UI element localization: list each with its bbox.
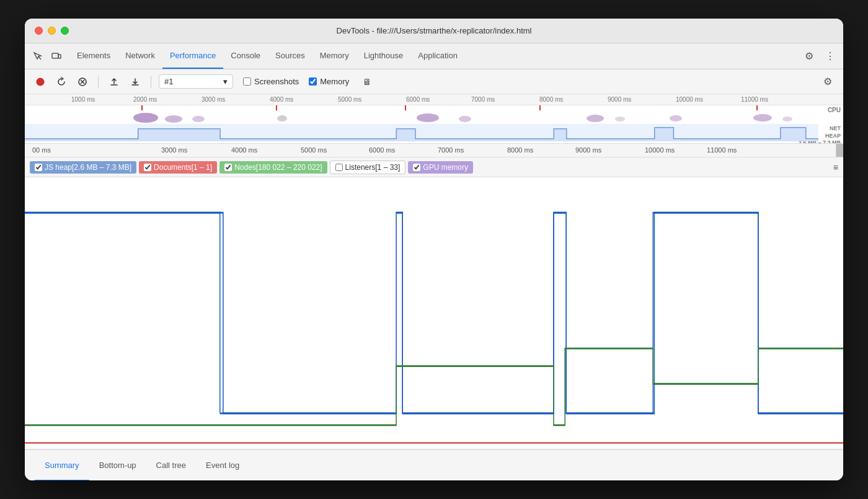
svg-rect-8: [276, 105, 277, 110]
timeline-tick-9000: 9000 ms: [575, 146, 601, 154]
tab-application[interactable]: Application: [410, 43, 465, 69]
device-toolbar-icon[interactable]: [48, 48, 64, 64]
svg-rect-9: [405, 105, 406, 110]
tick-9000: 9000 ms: [608, 96, 631, 103]
minimize-button[interactable]: [48, 27, 56, 35]
timeline-tick-4000: 4000 ms: [231, 146, 257, 154]
svg-point-21: [753, 114, 772, 121]
screenshots-checkbox[interactable]: [243, 77, 251, 86]
legend-listeners-checkbox[interactable]: [335, 164, 343, 171]
timeline-tick-10000: 10000 ms: [645, 146, 675, 154]
legend-nodes[interactable]: Nodes[180 022 – 220 022]: [219, 161, 327, 174]
legend-gpu-label: GPU memory: [423, 163, 468, 172]
svg-point-14: [192, 116, 205, 122]
memory-checkbox[interactable]: [309, 77, 317, 86]
more-options-icon[interactable]: ⋮: [822, 48, 838, 64]
traffic-lights: [35, 27, 69, 35]
tab-call-tree[interactable]: Call tree: [146, 450, 196, 480]
svg-rect-7: [141, 105, 143, 110]
tick-8000: 8000 ms: [539, 96, 563, 103]
tab-performance[interactable]: Performance: [162, 43, 223, 69]
tab-lighthouse[interactable]: Lighthouse: [356, 43, 411, 69]
svg-point-18: [587, 115, 604, 122]
tabbar: Elements Network Performance Console Sou…: [25, 43, 843, 69]
timeline-scrollbar[interactable]: [836, 144, 843, 157]
memory-legend: JS heap[2.6 MB – 7.3 MB] Documents[1 – 1…: [25, 157, 843, 177]
clear-button[interactable]: [74, 74, 91, 90]
tab-event-log[interactable]: Event log: [196, 450, 249, 480]
chart-area[interactable]: [25, 177, 843, 449]
close-button[interactable]: [35, 27, 43, 35]
tab-elements[interactable]: Elements: [69, 43, 118, 69]
memory-checkbox-label[interactable]: Memory: [309, 77, 349, 86]
timeline-tick-3000: 3000 ms: [161, 146, 187, 154]
tab-memory[interactable]: Memory: [312, 43, 356, 69]
timeline-tick-8000: 8000 ms: [507, 146, 533, 154]
svg-point-22: [782, 117, 792, 121]
legend-menu-icon[interactable]: ≡: [833, 162, 838, 172]
legend-js-checkbox[interactable]: [35, 164, 42, 171]
legend-gpu-memory[interactable]: GPU memory: [408, 161, 473, 174]
settings-icon[interactable]: ⚙: [801, 48, 817, 64]
download-button[interactable]: [127, 74, 143, 90]
tick-6000: 6000 ms: [406, 96, 430, 103]
tab-console[interactable]: Console: [223, 43, 268, 69]
timeline-ruler: 00 ms 3000 ms 4000 ms 5000 ms 6000 ms 70…: [25, 144, 843, 157]
toolbar-sep-2: [151, 76, 151, 88]
legend-listeners[interactable]: Listeners[1 – 33]: [330, 161, 406, 174]
memory-extra-icon[interactable]: 🖥: [359, 74, 375, 90]
svg-point-20: [670, 115, 682, 121]
legend-documents[interactable]: Documents[1 – 1]: [139, 161, 217, 174]
toolbar-right: ⚙: [820, 74, 836, 90]
svg-rect-1: [52, 53, 58, 58]
session-label: #1: [164, 77, 173, 86]
legend-listeners-label: Listeners[1 – 33]: [345, 163, 401, 172]
svg-point-12: [133, 113, 158, 123]
legend-docs-checkbox[interactable]: [144, 164, 151, 171]
tab-sources[interactable]: Sources: [268, 43, 312, 69]
heap-overview-chart: [25, 124, 818, 141]
upload-button[interactable]: [106, 74, 122, 90]
toolbar: #1 ▾ Screenshots Memory 🖥 ⚙: [25, 69, 843, 94]
tabbar-icons: [30, 43, 64, 69]
svg-point-17: [459, 116, 471, 122]
screenshots-checkbox-label[interactable]: Screenshots: [243, 77, 299, 86]
svg-rect-10: [539, 105, 541, 110]
tick-7000: 7000 ms: [471, 96, 495, 103]
legend-nodes-checkbox[interactable]: [224, 164, 232, 171]
svg-point-3: [37, 78, 44, 86]
window-title: DevTools - file:///Users/stmarthe/x-repl…: [337, 26, 532, 35]
titlebar: DevTools - file:///Users/stmarthe/x-repl…: [25, 19, 843, 43]
legend-js-heap[interactable]: JS heap[2.6 MB – 7.3 MB]: [30, 161, 136, 174]
tab-network[interactable]: Network: [118, 43, 162, 69]
tick-2000: 2000 ms: [133, 96, 157, 103]
screenshots-label: Screenshots: [254, 77, 299, 86]
memory-label: Memory: [320, 77, 349, 86]
timeline-tick-6000: 6000 ms: [369, 146, 395, 154]
toolbar-settings-icon[interactable]: ⚙: [820, 74, 836, 90]
legend-docs-label: Documents[1 – 1]: [154, 163, 212, 172]
tabbar-right: ⚙ ⋮: [801, 43, 838, 69]
bottom-tabs: Summary Bottom-up Call tree Event log: [25, 449, 843, 480]
svg-point-16: [417, 113, 439, 122]
tick-11000: 11000 ms: [741, 96, 768, 103]
svg-point-19: [615, 117, 625, 121]
reload-button[interactable]: [53, 74, 69, 90]
legend-js-label: JS heap[2.6 MB – 7.3 MB]: [45, 163, 131, 172]
tab-bottom-up[interactable]: Bottom-up: [89, 450, 146, 480]
svg-point-13: [165, 115, 182, 123]
overview-ruler: 1000 ms 2000 ms 3000 ms 4000 ms 5000 ms …: [25, 94, 843, 105]
maximize-button[interactable]: [61, 27, 69, 35]
memory-chart: [25, 177, 843, 449]
record-button[interactable]: [32, 74, 48, 90]
overview-area[interactable]: 1000 ms 2000 ms 3000 ms 4000 ms 5000 ms …: [25, 94, 843, 144]
session-dropdown[interactable]: #1 ▾: [159, 74, 233, 89]
legend-gpu-checkbox[interactable]: [413, 164, 420, 171]
timeline-tick-5000: 5000 ms: [301, 146, 327, 154]
tick-10000: 10000 ms: [676, 96, 703, 103]
tab-summary[interactable]: Summary: [35, 450, 89, 480]
legend-nodes-label: Nodes[180 022 – 220 022]: [234, 163, 322, 172]
svg-rect-25: [25, 177, 843, 449]
toolbar-checkboxes: Screenshots Memory 🖥: [243, 74, 375, 90]
inspect-element-icon[interactable]: [30, 48, 46, 64]
